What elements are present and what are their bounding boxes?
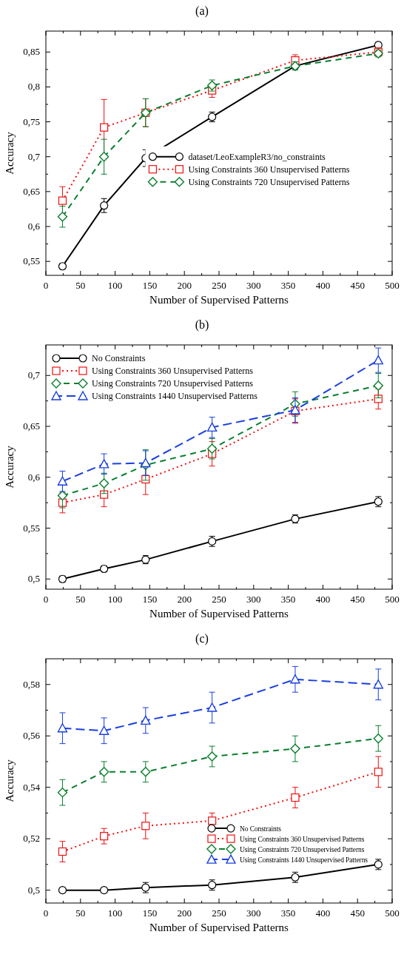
svg-rect-365 <box>46 659 392 903</box>
svg-text:Accuracy: Accuracy <box>4 759 16 802</box>
svg-text:500: 500 <box>385 907 400 919</box>
svg-text:Number of Supervised Patterns: Number of Supervised Patterns <box>149 608 289 620</box>
svg-text:50: 50 <box>75 907 85 919</box>
svg-rect-168 <box>175 166 183 173</box>
svg-point-459 <box>209 882 216 889</box>
svg-point-542 <box>227 825 235 832</box>
svg-point-256 <box>58 575 66 583</box>
svg-text:0,8: 0,8 <box>28 81 40 92</box>
svg-marker-358 <box>52 379 61 388</box>
svg-text:200: 200 <box>177 907 192 919</box>
svg-text:0,65: 0,65 <box>23 186 40 197</box>
svg-text:0,5: 0,5 <box>28 885 40 896</box>
svg-marker-140 <box>58 212 67 221</box>
svg-text:350: 350 <box>281 280 296 291</box>
svg-rect-483 <box>209 817 216 825</box>
svg-rect-475 <box>101 833 108 840</box>
svg-point-455 <box>142 884 149 891</box>
svg-text:250: 250 <box>212 907 226 919</box>
svg-point-92 <box>58 263 66 270</box>
chart-panel-c: (c) 0501001502002503003504004505000,50,5… <box>0 628 404 942</box>
svg-text:150: 150 <box>143 280 158 291</box>
chart-panel-a: (a) 0501001502002503003504004505000,550,… <box>0 0 404 314</box>
svg-point-350 <box>53 355 60 362</box>
svg-text:250: 250 <box>212 280 226 291</box>
svg-text:100: 100 <box>108 280 123 291</box>
svg-text:0,7: 0,7 <box>28 151 41 162</box>
svg-marker-308 <box>100 479 109 488</box>
chart-svg-c: 0501001502002503003504004505000,50,520,5… <box>0 645 404 942</box>
svg-marker-324 <box>374 381 383 390</box>
svg-marker-499 <box>100 768 109 776</box>
svg-rect-354 <box>53 367 60 375</box>
subplot-label-b: (b) <box>0 314 404 332</box>
svg-point-467 <box>374 861 382 868</box>
svg-point-260 <box>101 565 108 573</box>
svg-text:50: 50 <box>75 594 85 605</box>
svg-marker-328 <box>58 477 67 485</box>
svg-text:0,55: 0,55 <box>23 523 40 534</box>
svg-text:300: 300 <box>246 594 261 605</box>
svg-text:Using Constraints 360 Unsuperv: Using Constraints 360 Unsupervised Patte… <box>92 366 253 376</box>
svg-text:300: 300 <box>246 280 261 291</box>
svg-rect-479 <box>142 822 149 830</box>
svg-rect-355 <box>79 367 87 375</box>
chart-svg-b: 0501001502002503003504004505000,50,550,6… <box>0 332 404 628</box>
svg-text:450: 450 <box>350 907 365 919</box>
svg-marker-550 <box>226 845 235 853</box>
svg-text:0,6: 0,6 <box>28 471 41 483</box>
svg-text:Using Constraints 1440 Unsuper: Using Constraints 1440 Unsupervised Patt… <box>92 391 257 401</box>
svg-text:dataset/LeoExampleR3/no_constr: dataset/LeoExampleR3/no_constraints <box>188 152 326 162</box>
svg-text:350: 350 <box>281 594 296 605</box>
subplot-label-a: (a) <box>0 0 404 18</box>
svg-marker-495 <box>58 788 67 797</box>
svg-text:Number of Supervised Patterns: Number of Supervised Patterns <box>149 294 289 306</box>
svg-text:Using Constraints 1440 Unsuper: Using Constraints 1440 Unsupervised Patt… <box>240 856 368 864</box>
svg-text:0: 0 <box>44 594 49 605</box>
svg-text:200: 200 <box>177 280 192 291</box>
svg-text:350: 350 <box>281 907 296 919</box>
svg-marker-359 <box>78 379 87 388</box>
svg-text:50: 50 <box>75 280 85 291</box>
svg-point-164 <box>175 153 183 161</box>
svg-text:100: 100 <box>108 594 123 605</box>
svg-text:0,58: 0,58 <box>23 679 40 690</box>
subplot-label-c: (c) <box>0 628 404 645</box>
svg-text:150: 150 <box>143 907 158 919</box>
svg-point-463 <box>292 873 299 881</box>
svg-text:200: 200 <box>177 594 192 605</box>
svg-text:0,75: 0,75 <box>23 116 40 127</box>
svg-point-163 <box>149 153 156 161</box>
svg-marker-507 <box>208 752 217 761</box>
svg-text:0: 0 <box>44 907 49 919</box>
svg-text:Using Constraints 360 Unsuperv: Using Constraints 360 Unsupervised Patte… <box>188 164 349 175</box>
svg-marker-363 <box>78 392 87 400</box>
svg-text:Using Constraints 720 Unsuperv: Using Constraints 720 Unsupervised Patte… <box>240 846 365 853</box>
svg-point-264 <box>142 556 149 563</box>
svg-text:0,5: 0,5 <box>28 573 40 584</box>
svg-rect-167 <box>149 166 156 173</box>
svg-rect-546 <box>227 835 235 842</box>
svg-rect-491 <box>374 768 382 776</box>
svg-point-451 <box>101 887 108 894</box>
svg-rect-487 <box>292 794 299 802</box>
svg-point-96 <box>101 202 108 209</box>
svg-text:100: 100 <box>108 907 123 919</box>
svg-text:Using Constraints 360 Unsuperv: Using Constraints 360 Unsupervised Patte… <box>240 836 365 843</box>
svg-text:Accuracy: Accuracy <box>4 132 16 175</box>
svg-text:400: 400 <box>316 594 331 605</box>
svg-point-268 <box>209 537 216 545</box>
svg-text:No Constraints: No Constraints <box>240 825 281 833</box>
svg-rect-120 <box>101 124 108 131</box>
svg-rect-545 <box>208 835 215 842</box>
svg-text:400: 400 <box>316 280 331 291</box>
svg-text:Using Constraints 720 Unsuperv: Using Constraints 720 Unsupervised Patte… <box>92 378 253 389</box>
svg-text:0,54: 0,54 <box>23 782 40 793</box>
svg-text:450: 450 <box>350 594 365 605</box>
svg-marker-503 <box>141 768 150 776</box>
svg-text:300: 300 <box>246 907 261 919</box>
svg-rect-116 <box>58 197 66 204</box>
svg-text:Accuracy: Accuracy <box>4 446 16 489</box>
svg-text:250: 250 <box>212 594 226 605</box>
figure-multichart: (a) 0501001502002503003504004505000,550,… <box>0 0 404 942</box>
